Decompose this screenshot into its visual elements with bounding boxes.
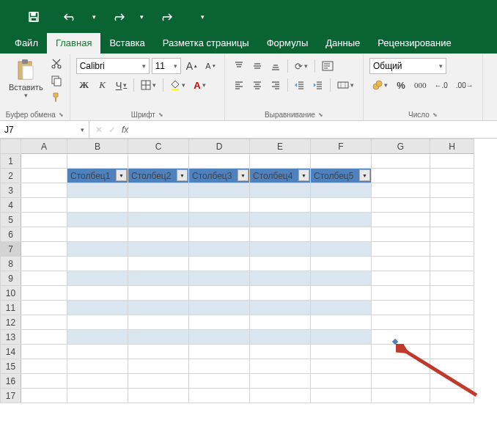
cell-D12[interactable]: [189, 315, 250, 330]
cell-F14[interactable]: [311, 345, 372, 359]
cell-E10[interactable]: [250, 286, 311, 301]
cell-C15[interactable]: [128, 359, 189, 374]
cell-C6[interactable]: [128, 227, 189, 242]
cell-G17[interactable]: [372, 389, 430, 403]
align-bottom-button[interactable]: [268, 58, 284, 74]
cell-A11[interactable]: [21, 301, 67, 315]
cell-D10[interactable]: [189, 286, 250, 301]
row-header-5[interactable]: 5: [1, 213, 21, 227]
filter-button[interactable]: ▼: [116, 169, 127, 181]
cell-G2[interactable]: [372, 169, 430, 183]
cell-B10[interactable]: [67, 286, 128, 301]
cell-E16[interactable]: [250, 374, 311, 389]
row-header-1[interactable]: 1: [1, 154, 21, 169]
cell-E8[interactable]: [250, 257, 311, 271]
cell-A9[interactable]: [21, 271, 67, 286]
cell-D13[interactable]: [189, 330, 250, 345]
cell-F6[interactable]: [311, 227, 372, 242]
cell-G7[interactable]: [372, 242, 430, 257]
tab-review[interactable]: Рецензирование: [369, 33, 460, 54]
cell-F8[interactable]: [311, 257, 372, 271]
column-header-G[interactable]: G: [372, 139, 430, 154]
copy-icon[interactable]: [51, 73, 62, 88]
cell-D11[interactable]: [189, 301, 250, 315]
cell-E17[interactable]: [250, 389, 311, 403]
cell-C3[interactable]: [128, 183, 189, 198]
comma-button[interactable]: 000: [411, 77, 430, 93]
currency-button[interactable]: ▾: [369, 77, 391, 93]
wrap-text-button[interactable]: [319, 58, 336, 74]
cell-G4[interactable]: [372, 198, 430, 213]
font-name-combo[interactable]: Calibri▾: [76, 58, 150, 74]
cell-C7[interactable]: [128, 242, 189, 257]
cell-E1[interactable]: [250, 154, 311, 169]
undo-icon[interactable]: [57, 9, 84, 25]
filter-button[interactable]: ▼: [359, 169, 370, 181]
cell-B16[interactable]: [67, 374, 128, 389]
select-all-corner[interactable]: [1, 139, 21, 154]
cell-H15[interactable]: [430, 359, 474, 374]
cell-B1[interactable]: [67, 154, 128, 169]
cell-A12[interactable]: [21, 315, 67, 330]
row-header-4[interactable]: 4: [1, 198, 21, 213]
cell-A2[interactable]: [21, 169, 67, 183]
cell-G13[interactable]: [372, 330, 430, 345]
cell-F12[interactable]: [311, 315, 372, 330]
row-header-8[interactable]: 8: [1, 257, 21, 271]
cell-E7[interactable]: [250, 242, 311, 257]
cell-E12[interactable]: [250, 315, 311, 330]
increase-indent-button[interactable]: [310, 77, 326, 93]
cell-B17[interactable]: [67, 389, 128, 403]
cell-H4[interactable]: [430, 198, 474, 213]
decrease-decimal-button[interactable]: .00→: [453, 77, 476, 93]
cell-H14[interactable]: [430, 345, 474, 359]
cell-A7[interactable]: [21, 242, 67, 257]
cell-A16[interactable]: [21, 374, 67, 389]
column-header-D[interactable]: D: [189, 139, 250, 154]
cell-H12[interactable]: [430, 315, 474, 330]
increase-decimal-button[interactable]: ←.0: [431, 77, 450, 93]
tab-file[interactable]: Файл: [6, 33, 47, 54]
cell-H2[interactable]: [430, 169, 474, 183]
tab-data[interactable]: Данные: [317, 33, 369, 54]
cell-D1[interactable]: [189, 154, 250, 169]
number-format-combo[interactable]: Общий▾: [369, 58, 446, 74]
fx-icon[interactable]: fx: [122, 125, 128, 135]
filter-button[interactable]: ▼: [298, 169, 309, 181]
enter-formula-icon[interactable]: ✓: [108, 125, 116, 135]
cell-F5[interactable]: [311, 213, 372, 227]
cell-A15[interactable]: [21, 359, 67, 374]
row-header-15[interactable]: 15: [1, 359, 21, 374]
undo-more-icon[interactable]: ▾: [86, 10, 102, 23]
cell-D2[interactable]: Столбец3▼: [189, 169, 250, 183]
cell-F16[interactable]: [311, 374, 372, 389]
cell-A6[interactable]: [21, 227, 67, 242]
cell-B15[interactable]: [67, 359, 128, 374]
cell-D9[interactable]: [189, 271, 250, 286]
cell-E5[interactable]: [250, 213, 311, 227]
cell-B12[interactable]: [67, 315, 128, 330]
font-size-combo[interactable]: 11▾: [152, 58, 181, 74]
cell-A8[interactable]: [21, 257, 67, 271]
italic-button[interactable]: К: [95, 77, 111, 93]
name-box[interactable]: J7▾: [0, 121, 89, 138]
cell-D6[interactable]: [189, 227, 250, 242]
cell-C17[interactable]: [128, 389, 189, 403]
cell-H13[interactable]: [430, 330, 474, 345]
cell-E15[interactable]: [250, 359, 311, 374]
row-header-12[interactable]: 12: [1, 315, 21, 330]
cell-C16[interactable]: [128, 374, 189, 389]
cell-E9[interactable]: [250, 271, 311, 286]
borders-button[interactable]: ▾: [138, 77, 159, 93]
orientation-button[interactable]: ⟳▾: [292, 58, 311, 74]
cell-F7[interactable]: [311, 242, 372, 257]
cell-H1[interactable]: [430, 154, 474, 169]
tab-home[interactable]: Главная: [47, 33, 100, 54]
align-middle-button[interactable]: [249, 58, 265, 74]
cell-E4[interactable]: [250, 198, 311, 213]
tab-insert[interactable]: Вставка: [100, 33, 153, 54]
cell-D16[interactable]: [189, 374, 250, 389]
format-painter-icon[interactable]: [51, 90, 62, 105]
cell-E14[interactable]: [250, 345, 311, 359]
cell-G3[interactable]: [372, 183, 430, 198]
